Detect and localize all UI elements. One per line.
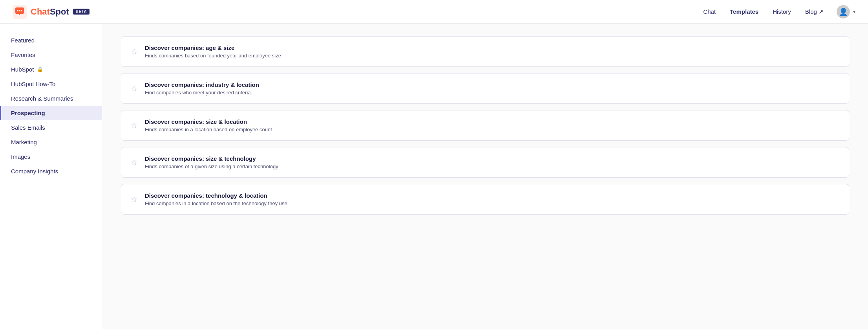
sidebar-item-hubspot-how-to[interactable]: HubSpot How-To: [0, 77, 102, 91]
svg-point-3: [21, 10, 22, 11]
sidebar-item-label: Prospecting: [11, 110, 45, 116]
card-desc: Finds companies based on founded year an…: [145, 53, 839, 59]
card-title: Discover companies: age & size: [145, 44, 839, 51]
sidebar-item-marketing[interactable]: Marketing: [0, 135, 102, 149]
sidebar-item-hubspot[interactable]: HubSpot 🔒: [0, 62, 102, 77]
header-divider: [830, 6, 830, 18]
star-icon[interactable]: ☆: [131, 158, 138, 167]
header-nav: Chat Templates History Blog ↗: [703, 8, 824, 15]
sidebar-item-label: HubSpot: [11, 66, 34, 73]
logo-spot: Spot: [50, 7, 69, 17]
avatar-icon: 👤: [839, 7, 848, 16]
card-desc: Find companies in a location based on th…: [145, 200, 839, 206]
logo-text: ChatSpot: [31, 7, 69, 17]
header-right: Chat Templates History Blog ↗ 👤 ▾: [703, 5, 855, 18]
sidebar-item-sales-emails[interactable]: Sales Emails: [0, 120, 102, 135]
nav-templates[interactable]: Templates: [730, 8, 758, 15]
card-title: Discover companies: industry & location: [145, 81, 839, 88]
card-content: Discover companies: size & technology Fi…: [145, 155, 839, 169]
star-icon[interactable]: ☆: [131, 195, 138, 204]
sidebar: Featured Favorites HubSpot 🔒 HubSpot How…: [0, 24, 102, 329]
card-desc: Finds companies of a given size using a …: [145, 164, 839, 169]
sidebar-item-prospecting[interactable]: Prospecting: [0, 106, 102, 120]
card-technology-location[interactable]: ☆ Discover companies: technology & locat…: [121, 184, 849, 215]
avatar[interactable]: 👤: [837, 5, 850, 18]
nav-blog[interactable]: Blog ↗: [805, 8, 824, 15]
chatspot-logo-icon: [13, 5, 27, 19]
sidebar-item-label: HubSpot How-To: [11, 81, 55, 87]
sidebar-item-images[interactable]: Images: [0, 149, 102, 164]
sidebar-item-label: Company Insights: [11, 168, 58, 175]
card-desc: Find companies who meet your desired cri…: [145, 90, 839, 96]
app-body: Featured Favorites HubSpot 🔒 HubSpot How…: [0, 24, 868, 329]
card-content: Discover companies: size & location Find…: [145, 118, 839, 132]
svg-point-2: [19, 10, 20, 11]
logo-chat: Chat: [31, 7, 50, 17]
star-icon[interactable]: ☆: [131, 47, 138, 56]
header: ChatSpot BETA Chat Templates History Blo…: [0, 0, 868, 24]
star-icon[interactable]: ☆: [131, 84, 138, 93]
sidebar-item-featured[interactable]: Featured: [0, 33, 102, 48]
sidebar-item-label: Marketing: [11, 139, 37, 145]
card-title: Discover companies: size & technology: [145, 155, 839, 162]
card-desc: Finds companies in a location based on e…: [145, 127, 839, 132]
beta-badge: BETA: [73, 9, 90, 15]
card-size-location[interactable]: ☆ Discover companies: size & location Fi…: [121, 110, 849, 141]
card-title: Discover companies: size & location: [145, 118, 839, 125]
card-industry-location[interactable]: ☆ Discover companies: industry & locatio…: [121, 73, 849, 104]
star-icon[interactable]: ☆: [131, 121, 138, 130]
logo-area: ChatSpot BETA: [13, 5, 90, 19]
card-content: Discover companies: age & size Finds com…: [145, 44, 839, 59]
card-content: Discover companies: technology & locatio…: [145, 192, 839, 206]
sidebar-item-label: Featured: [11, 37, 35, 44]
card-size-technology[interactable]: ☆ Discover companies: size & technology …: [121, 147, 849, 178]
sidebar-item-company-insights[interactable]: Company Insights: [0, 164, 102, 178]
card-title: Discover companies: technology & locatio…: [145, 192, 839, 199]
sidebar-item-label: Research & Summaries: [11, 95, 73, 102]
nav-chat[interactable]: Chat: [703, 8, 716, 15]
card-content: Discover companies: industry & location …: [145, 81, 839, 96]
card-age-size[interactable]: ☆ Discover companies: age & size Finds c…: [121, 36, 849, 67]
sidebar-item-favorites[interactable]: Favorites: [0, 48, 102, 62]
sidebar-item-label: Favorites: [11, 51, 35, 58]
nav-history[interactable]: History: [773, 8, 791, 15]
sidebar-item-label: Images: [11, 153, 30, 160]
lock-icon: 🔒: [37, 66, 43, 72]
main-content: ☆ Discover companies: age & size Finds c…: [102, 24, 868, 329]
chevron-down-icon[interactable]: ▾: [853, 9, 855, 15]
svg-point-1: [17, 10, 18, 11]
sidebar-item-research-summaries[interactable]: Research & Summaries: [0, 91, 102, 106]
sidebar-item-label: Sales Emails: [11, 124, 45, 131]
